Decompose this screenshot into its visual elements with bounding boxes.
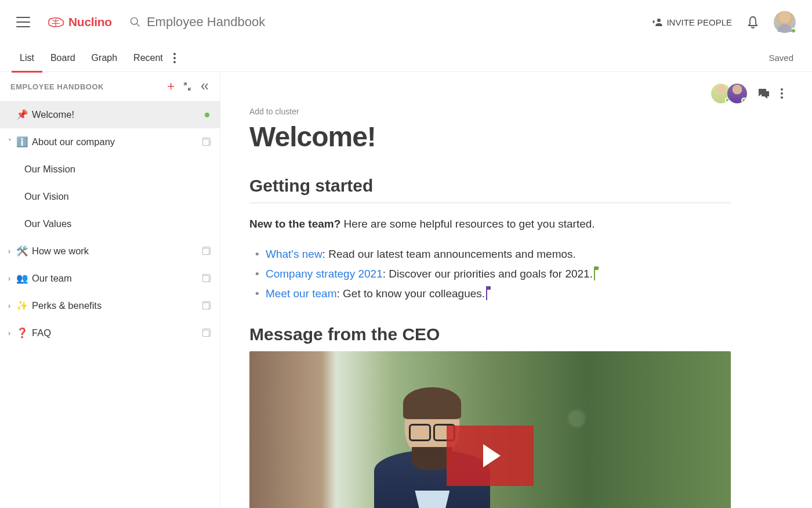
view-tab-list[interactable]: List: [12, 44, 42, 72]
caret-icon: ›: [8, 275, 15, 283]
item-emoji: 👥: [16, 273, 28, 284]
svg-point-0: [130, 18, 137, 25]
menu-hamburger-icon[interactable]: [16, 17, 30, 27]
comments-icon[interactable]: [757, 88, 770, 99]
person-add-icon: [652, 18, 663, 26]
document-content: Add to cluster Welcome! Getting started …: [220, 72, 812, 508]
divider: [249, 203, 731, 203]
collection-icon: [202, 248, 209, 255]
item-label: Our Mission: [24, 164, 209, 175]
sidebar-item-5[interactable]: ›🛠️How we work: [0, 237, 220, 265]
sidebar-item-2[interactable]: Our Mission: [0, 156, 220, 183]
add-page-button[interactable]: +: [167, 80, 175, 93]
collection-icon: [202, 139, 209, 146]
bullet-link[interactable]: Company strategy 2021: [266, 268, 383, 280]
bullet-item-1[interactable]: Company strategy 2021: Discover our prio…: [266, 264, 731, 284]
sidebar-item-8[interactable]: ›❓FAQ: [0, 319, 220, 347]
item-emoji: 📌: [16, 109, 28, 120]
item-emoji: ✨: [16, 300, 28, 311]
user-avatar[interactable]: [774, 11, 796, 33]
search-input[interactable]: [147, 15, 306, 30]
app-logo[interactable]: Nuclino: [46, 15, 112, 29]
play-button-icon[interactable]: [447, 426, 534, 486]
item-label: How we work: [32, 246, 201, 257]
item-label: Our team: [32, 273, 201, 284]
sidebar-item-4[interactable]: Our Values: [0, 210, 220, 237]
collab-cursor: [594, 269, 595, 280]
save-status: Saved: [768, 53, 800, 63]
collapse-sidebar-button[interactable]: [200, 82, 209, 91]
view-tab-recent[interactable]: Recent: [125, 44, 171, 72]
item-label: Welcome!: [32, 109, 204, 120]
sidebar: EMPLOYEE HANDBOOK + 📌Welcome!˅ℹ️About ou…: [0, 72, 220, 508]
caret-icon: ›: [8, 329, 15, 337]
sidebar-title: EMPLOYEE HANDBOOK: [10, 82, 159, 91]
expand-all-button[interactable]: [183, 82, 192, 91]
bell-icon[interactable]: [747, 16, 759, 28]
bullet-link[interactable]: What's new: [266, 248, 322, 260]
bullet-link[interactable]: Meet our team: [266, 287, 337, 300]
item-label: About our company: [32, 136, 201, 147]
doc-more-button[interactable]: [781, 88, 783, 99]
invite-people-button[interactable]: INVITE PEOPLE: [652, 17, 732, 27]
brand-text: Nuclino: [68, 15, 112, 29]
bullet-item-0[interactable]: What's new: Read our latest team announc…: [266, 244, 731, 264]
item-label: FAQ: [32, 327, 201, 338]
collaborator-avatar-2[interactable]: [727, 84, 747, 103]
svg-point-2: [657, 19, 661, 22]
item-emoji: ℹ️: [16, 136, 28, 147]
add-to-cluster-link[interactable]: Add to cluster: [249, 107, 783, 116]
view-more-button[interactable]: [173, 53, 176, 63]
sidebar-item-6[interactable]: ›👥Our team: [0, 265, 220, 292]
search-bar[interactable]: [129, 15, 653, 30]
collab-cursor: [486, 289, 487, 300]
item-emoji: ❓: [16, 327, 28, 338]
activity-dot: [205, 113, 209, 117]
sidebar-item-3[interactable]: Our Vision: [0, 183, 220, 210]
bullet-item-2[interactable]: Meet our team: Get to know your colleagu…: [266, 284, 731, 304]
invite-label: INVITE PEOPLE: [666, 17, 732, 27]
collection-icon: [202, 302, 209, 309]
view-tab-graph[interactable]: Graph: [84, 44, 125, 72]
collection-icon: [202, 275, 209, 282]
sidebar-item-0[interactable]: 📌Welcome!: [0, 101, 220, 128]
caret-icon: ˅: [8, 138, 15, 146]
collection-icon: [202, 330, 209, 337]
heading-ceo-message[interactable]: Message from the CEO: [249, 325, 731, 344]
presence-dot: [791, 28, 796, 34]
ceo-video[interactable]: [249, 351, 731, 508]
sidebar-item-1[interactable]: ˅ℹ️About our company: [0, 128, 220, 156]
svg-line-1: [136, 24, 139, 27]
item-label: Our Values: [24, 218, 209, 229]
item-label: Perks & benefits: [32, 300, 201, 311]
search-icon: [129, 16, 141, 28]
collaborator-avatars[interactable]: [711, 84, 747, 103]
item-label: Our Vision: [24, 191, 209, 202]
brain-icon: [46, 16, 65, 28]
caret-icon: ›: [8, 247, 15, 255]
doc-title[interactable]: Welcome!: [249, 121, 783, 153]
sidebar-item-7[interactable]: ›✨Perks & benefits: [0, 292, 220, 319]
intro-paragraph[interactable]: New to the team? Here are some helpful r…: [249, 216, 731, 233]
view-tab-board[interactable]: Board: [42, 44, 84, 72]
item-emoji: 🛠️: [16, 246, 28, 257]
caret-icon: ›: [8, 302, 15, 310]
heading-getting-started[interactable]: Getting started: [249, 176, 731, 196]
